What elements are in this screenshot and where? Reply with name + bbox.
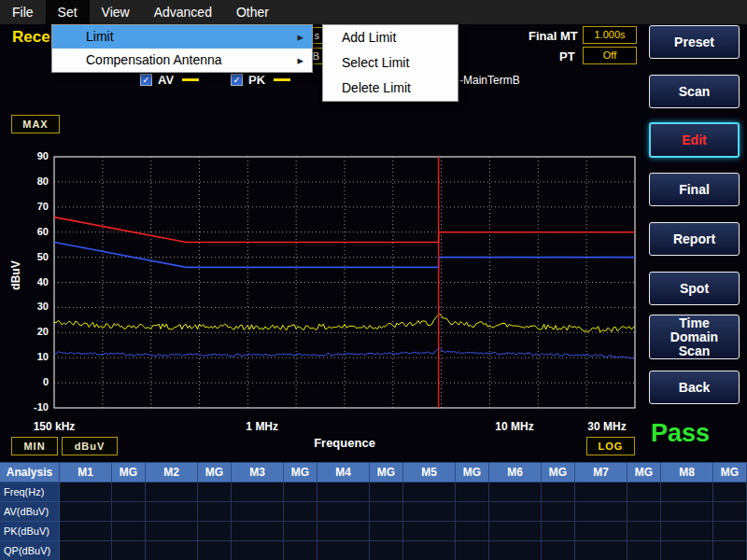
table-cell — [146, 483, 198, 502]
unit-button[interactable]: dBuV — [62, 437, 118, 455]
y-tick-label: 90 — [21, 150, 49, 161]
submenu-arrow-icon: ▸ — [297, 49, 303, 72]
scan-button[interactable]: Scan — [649, 75, 740, 108]
table-cell — [370, 522, 403, 541]
page-title-fragment: Rece — [12, 28, 50, 47]
edit-button[interactable]: Edit — [649, 122, 740, 158]
table-cell — [146, 502, 198, 522]
table-cell — [403, 483, 456, 502]
final-button[interactable]: Final — [649, 173, 740, 206]
submenu-option-add-limit[interactable]: Add Limit — [323, 25, 458, 50]
submenu-option-select-limit[interactable]: Select Limit — [323, 50, 458, 76]
pt-label: PT — [559, 49, 575, 63]
table-cell — [661, 502, 713, 522]
y-tick-label: 40 — [21, 276, 49, 287]
log-scale-button[interactable]: LOG — [586, 437, 635, 455]
table-cell — [317, 502, 370, 522]
table-cell — [317, 541, 370, 560]
final-mt-label: Final MT — [529, 29, 578, 43]
min-button[interactable]: MIN — [11, 437, 58, 455]
table-cell — [370, 541, 403, 560]
table-cell — [112, 541, 146, 560]
menu-item-other[interactable]: Other — [224, 0, 281, 24]
table-cell — [60, 522, 112, 541]
table-header-analysis: Analysis — [0, 463, 60, 483]
menu-item-view[interactable]: View — [90, 0, 142, 24]
table-cell — [198, 502, 232, 522]
menu-item-file[interactable]: File — [0, 0, 46, 24]
table-header-mg: MG — [542, 463, 575, 483]
preset-button[interactable]: Preset — [649, 25, 740, 59]
pk-checkbox[interactable]: ✓ — [231, 74, 243, 86]
table-cell — [713, 483, 747, 502]
table-header-mg: MG — [370, 463, 403, 483]
table-header-m7: M7 — [575, 463, 627, 483]
table-cell — [146, 541, 198, 560]
table-cell — [661, 541, 713, 560]
chart-area: MAX dBuV Frequence MIN dBuV LOG 90807060… — [0, 112, 646, 462]
y-tick-label: 10 — [21, 351, 49, 362]
table-row-label-freq-hz: Freq(Hz) — [0, 483, 60, 502]
table-cell — [489, 502, 542, 522]
menu-bar: FileSetViewAdvancedOther — [0, 0, 747, 24]
table-header-m5: M5 — [403, 463, 456, 483]
table-cell — [232, 541, 284, 560]
pk-trace-color-sample — [274, 78, 290, 81]
table-cell — [456, 522, 489, 541]
y-tick-label: 70 — [21, 201, 49, 212]
spot-button[interactable]: Spot — [649, 272, 740, 305]
table-header-mg: MG — [284, 463, 317, 483]
x-tick-label: 10 MHz — [495, 420, 533, 433]
max-button[interactable]: MAX — [11, 115, 60, 133]
table-cell — [627, 541, 661, 560]
table-cell — [575, 541, 627, 560]
table-header-mg: MG — [112, 463, 146, 483]
submenu-arrow-icon: ▸ — [297, 25, 303, 49]
table-cell — [198, 541, 232, 560]
table-cell — [456, 541, 489, 560]
table-cell — [403, 522, 456, 541]
y-tick-label: 20 — [21, 326, 49, 337]
menu-item-set[interactable]: Set — [46, 0, 90, 24]
final-mt-value[interactable]: 1.000s — [583, 26, 637, 44]
menu-option-compensation-antenna[interactable]: Compensation Antenna▸ — [52, 49, 312, 72]
table-row-label-av-dbuv: AV(dBuV) — [0, 502, 60, 522]
report-button[interactable]: Report — [649, 222, 740, 256]
time-domain-scan-button[interactable]: Time Domain Scan — [649, 315, 740, 359]
table-cell — [575, 502, 627, 522]
x-tick-label: 30 MHz — [587, 420, 626, 433]
menu-option-limit[interactable]: Limit▸ — [52, 25, 312, 49]
table-cell — [284, 502, 317, 522]
menu-item-advanced[interactable]: Advanced — [142, 0, 224, 24]
pass-status: Pass — [651, 419, 710, 448]
table-header-m8: M8 — [661, 463, 713, 483]
table-cell — [284, 522, 317, 541]
table-cell — [456, 502, 489, 522]
measurement-table: AnalysisM1MGM2MGM3MGM4MGM5MGM6MGM7MGM8MG… — [0, 462, 747, 560]
table-cell — [198, 483, 232, 502]
table-header-mg: MG — [627, 463, 661, 483]
submenu-option-delete-limit[interactable]: Delete Limit — [323, 76, 458, 101]
dropdown-menu: Limit▸Compensation Antenna▸ — [51, 24, 313, 73]
table-row-label-pk-dbuv: PK(dBuV) — [0, 522, 60, 541]
y-tick-label: 60 — [21, 226, 49, 237]
table-cell — [112, 522, 146, 541]
back-button[interactable]: Back — [649, 371, 740, 404]
table-header-mg: MG — [198, 463, 232, 483]
sidebar: PresetScanEditFinalReportSpotTime Domain… — [649, 25, 740, 404]
menu-option-label: Limit — [86, 29, 114, 44]
y-tick-label: -10 — [21, 401, 49, 413]
av-checkbox[interactable]: ✓ — [140, 74, 152, 86]
table-cell — [112, 483, 146, 502]
table-cell — [627, 522, 661, 541]
av-trace-color-sample — [182, 78, 199, 81]
table-cell — [542, 541, 575, 560]
table-cell — [403, 541, 456, 560]
table-cell — [489, 483, 542, 502]
pt-value[interactable]: Off — [583, 47, 637, 64]
y-tick-label: 0 — [21, 376, 49, 387]
table-cell — [489, 522, 542, 541]
table-header-m1: M1 — [60, 463, 112, 483]
menu-option-label: Compensation Antenna — [86, 52, 222, 67]
table-cell — [284, 483, 317, 502]
